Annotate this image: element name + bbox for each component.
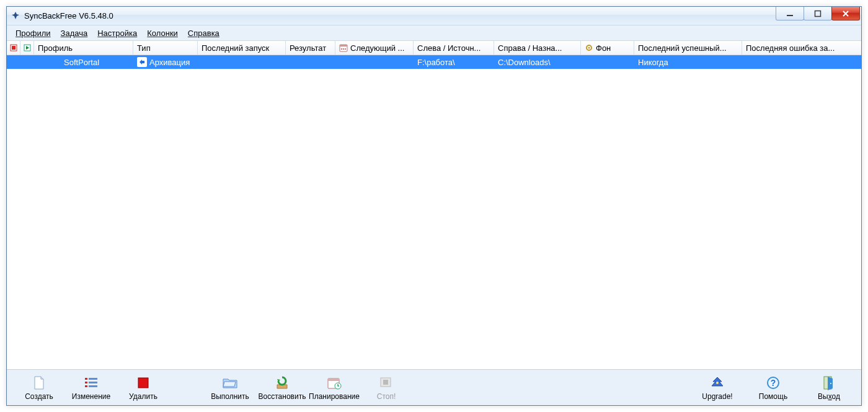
row-bg-cell: [581, 55, 634, 69]
column-background[interactable]: Фон: [581, 41, 634, 55]
row-lastrun-cell: [198, 55, 286, 69]
exit-label: Выход: [818, 392, 840, 401]
list-icon: [84, 375, 99, 391]
row-lastok-cell: Никогда: [634, 55, 742, 69]
column-left-source[interactable]: Слева / Источн...: [414, 41, 494, 55]
row-type-cell: Архивация: [133, 55, 198, 69]
column-stop-icon[interactable]: [7, 41, 20, 55]
title-bar: SyncBackFree V6.5.48.0: [7, 7, 861, 25]
svg-text:?: ?: [771, 378, 776, 388]
row-profile-text: SoftPortal: [64, 58, 99, 67]
stop-grey-icon: [379, 375, 393, 391]
column-next[interactable]: Следующий ...: [335, 41, 414, 55]
folder-run-icon: [222, 375, 238, 391]
svg-rect-1: [815, 11, 821, 16]
row-lasterr-cell: [742, 55, 861, 69]
svg-rect-14: [85, 382, 87, 383]
row-profile-cell: SoftPortal: [34, 55, 133, 69]
svg-point-28: [830, 383, 831, 384]
menu-help[interactable]: Справка: [183, 27, 224, 39]
modify-button[interactable]: Изменение: [68, 375, 115, 401]
svg-rect-20: [328, 378, 339, 381]
app-icon: [11, 11, 20, 21]
column-right-dest[interactable]: Справа / Назна...: [494, 41, 581, 55]
exit-button[interactable]: Выход: [805, 375, 852, 401]
svg-rect-18: [138, 378, 148, 388]
column-profile[interactable]: Профиль: [34, 41, 133, 55]
row-left-cell: F:\работа\: [414, 55, 494, 69]
app-window: SyncBackFree V6.5.48.0 Профили Задача На…: [6, 6, 862, 406]
stop-button[interactable]: Стоп!: [363, 375, 410, 401]
bottom-toolbar: Создать Изменение Удалить Выполнить: [7, 369, 861, 405]
menu-settings[interactable]: Настройка: [92, 27, 142, 39]
restore-icon: [275, 375, 290, 391]
close-button[interactable]: [831, 7, 860, 20]
menu-columns[interactable]: Колонки: [142, 27, 183, 39]
svg-rect-6: [340, 45, 347, 47]
menu-task[interactable]: Задача: [56, 27, 93, 39]
svg-point-24: [716, 382, 719, 384]
svg-rect-0: [787, 15, 793, 16]
schedule-button[interactable]: Планирование: [311, 375, 358, 401]
svg-point-9: [345, 48, 346, 50]
menu-profiles[interactable]: Профили: [11, 27, 56, 39]
exit-icon: [823, 375, 835, 391]
column-last-run[interactable]: Последний запуск: [198, 41, 286, 55]
svg-point-8: [343, 48, 344, 50]
minimize-button[interactable]: [776, 7, 804, 20]
window-title: SyncBackFree V6.5.48.0: [24, 11, 113, 20]
upgrade-button[interactable]: Upgrade!: [694, 375, 741, 401]
backup-icon: [137, 57, 147, 67]
row-right-cell: C:\Downloads\: [494, 55, 581, 69]
row-play-cell: [20, 55, 34, 69]
grid-body[interactable]: SoftPortal Архивация F:\работа\ C:\Downl…: [7, 55, 861, 369]
grid-header: Профиль Тип Последний запуск Результат С…: [7, 40, 861, 55]
row-type-text: Архивация: [149, 58, 190, 67]
help-icon: ?: [766, 375, 780, 391]
column-last-error[interactable]: Последняя ошибка за...: [742, 41, 861, 55]
new-file-icon: [32, 375, 46, 391]
column-last-ok[interactable]: Последний успешный...: [634, 41, 742, 55]
maximize-button[interactable]: [804, 7, 832, 20]
svg-point-7: [341, 48, 342, 50]
svg-rect-13: [89, 378, 97, 380]
gear-icon: [585, 43, 593, 52]
upgrade-icon: [711, 375, 724, 391]
restore-button[interactable]: Восстановить: [259, 375, 306, 401]
column-type[interactable]: Тип: [133, 41, 198, 55]
svg-rect-17: [89, 385, 97, 387]
column-result[interactable]: Результат: [286, 41, 335, 55]
svg-rect-16: [85, 385, 87, 387]
stop-icon: [137, 375, 149, 391]
row-next-cell: [335, 55, 414, 69]
svg-rect-15: [89, 382, 97, 383]
calendar-icon: [339, 43, 348, 52]
svg-point-11: [588, 47, 590, 49]
window-controls: [776, 7, 861, 25]
table-row[interactable]: SoftPortal Архивация F:\работа\ C:\Downl…: [7, 55, 861, 69]
run-button[interactable]: Выполнить: [206, 375, 254, 401]
svg-rect-12: [85, 378, 87, 380]
create-button[interactable]: Создать: [16, 375, 63, 401]
menu-bar: Профили Задача Настройка Колонки Справка: [7, 25, 861, 40]
delete-button[interactable]: Удалить: [120, 375, 167, 401]
row-stop-cell: [7, 55, 20, 69]
row-result-cell: [286, 55, 335, 69]
help-button[interactable]: ? Помощь: [750, 375, 797, 401]
svg-rect-23: [383, 380, 388, 385]
schedule-icon: [327, 375, 342, 391]
column-play-icon[interactable]: [20, 41, 34, 55]
svg-rect-3: [12, 46, 16, 50]
